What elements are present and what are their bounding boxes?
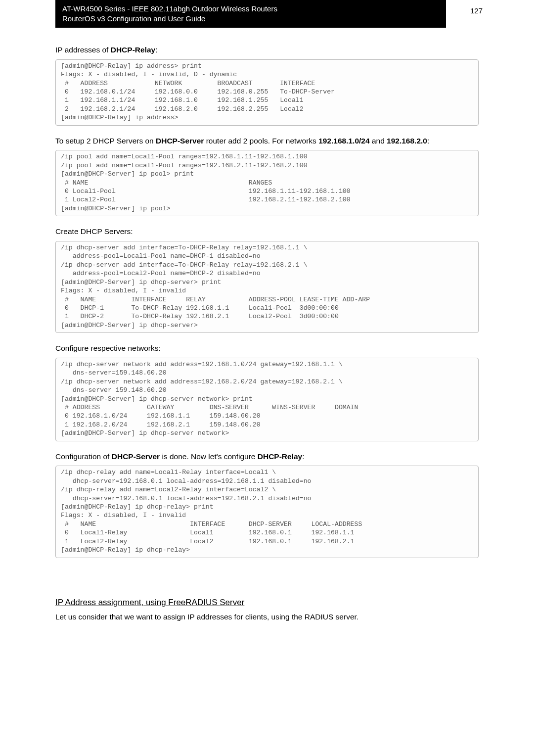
text-bold: 192.168.2.0	[387, 137, 427, 145]
section4-heading: Configure respective networks:	[55, 343, 479, 354]
page-header: AT-WR4500 Series - IEEE 802.11abgh Outdo…	[55, 0, 446, 28]
header-line1: AT-WR4500 Series - IEEE 802.11abgh Outdo…	[62, 4, 439, 14]
text-bold: 192.168.1.0/24	[318, 137, 369, 145]
section1-code: [admin@DHCP-Relay] ip address> print Fla…	[55, 59, 479, 126]
section5-heading: Configuration of DHCP-Server is done. No…	[55, 451, 479, 462]
section6-body: Let us consider that we want to assign I…	[55, 612, 479, 622]
section2-code: /ip pool add name=Local1-Pool ranges=192…	[55, 150, 479, 216]
text: is done. Now let's configure	[160, 452, 258, 461]
page: AT-WR4500 Series - IEEE 802.11abgh Outdo…	[0, 0, 534, 756]
text: router add 2 pools. For networks	[204, 137, 318, 145]
page-number: 127	[470, 6, 483, 15]
text-bold: DHCP-Server	[112, 452, 160, 461]
text: :	[427, 137, 429, 145]
section1-heading: IP addresses of DHCP-Relay:	[55, 45, 479, 55]
text: To setup 2 DHCP Servers on	[55, 137, 156, 145]
text: and	[370, 137, 387, 145]
content-body: IP addresses of DHCP-Relay: [admin@DHCP-…	[55, 45, 479, 622]
text: :	[155, 46, 157, 54]
section6-heading: IP Address assignment, using FreeRADIUS …	[55, 598, 479, 608]
text: :	[302, 452, 304, 461]
spacer	[55, 568, 479, 593]
section3-code: /ip dhcp-server add interface=To-DHCP-Re…	[55, 241, 479, 333]
text-bold: DHCP-Relay	[258, 452, 302, 461]
section5-code: /ip dhcp-relay add name=Local1-Relay int…	[55, 466, 479, 558]
text-bold: DHCP-Relay	[111, 46, 155, 54]
text: Configuration of	[55, 452, 112, 461]
section2-heading: To setup 2 DHCP Servers on DHCP-Server r…	[55, 136, 479, 146]
text-bold: DHCP-Server	[156, 137, 204, 145]
header-line2: RouterOS v3 Configuration and User Guide	[62, 14, 439, 24]
section3-heading: Create DHCP Servers:	[55, 226, 479, 237]
text: IP addresses of	[55, 46, 111, 54]
section4-code: /ip dhcp-server network add address=192.…	[55, 358, 479, 441]
